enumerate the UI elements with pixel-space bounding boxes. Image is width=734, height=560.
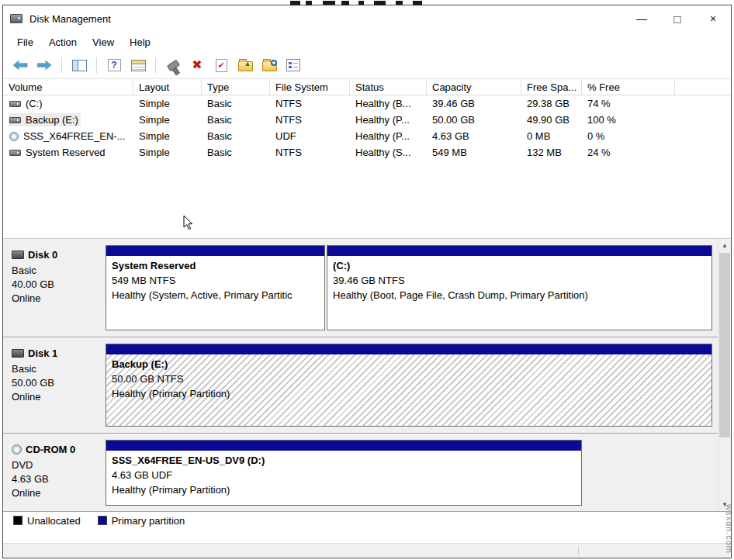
column-header-layout[interactable]: Layout — [133, 79, 202, 95]
minimize-button[interactable]: — — [624, 5, 660, 32]
column-header-free-space[interactable]: Free Spa... — [521, 79, 582, 95]
forward-button[interactable] — [35, 56, 54, 74]
volume-capacity: 50.00 GB — [427, 114, 521, 126]
table-row[interactable]: System Reserved Simple Basic NTFS Health… — [3, 144, 731, 161]
delete-icon: ✖ — [192, 59, 202, 71]
open-button[interactable]: ▲ — [236, 56, 254, 74]
disk-graphical-pane: Disk 0 Basic 40.00 GB Online System Rese… — [3, 238, 731, 511]
show-action-pane-button[interactable] — [129, 56, 147, 74]
status-bar — [3, 543, 731, 558]
titlebar: Disk Management — □ × — [3, 5, 731, 32]
volume-status: Healthy (P... — [350, 114, 427, 126]
menu-action[interactable]: Action — [41, 33, 85, 51]
primary-partition-band — [106, 344, 711, 354]
table-row[interactable]: SSS_X64FREE_EN-... Simple Basic UDF Heal… — [3, 128, 731, 144]
show-console-tree-button[interactable] — [70, 56, 88, 74]
volume-status: Healthy (S... — [350, 147, 427, 158]
volume-table-empty-area — [3, 161, 731, 238]
disk-management-app-icon — [10, 14, 23, 23]
forward-arrow-icon — [37, 60, 52, 71]
cd-icon — [9, 132, 19, 141]
cdrom0-info[interactable]: CD-ROM 0 DVD 4.63 GB Online — [3, 434, 101, 511]
maximize-button[interactable]: □ — [660, 5, 695, 32]
back-arrow-icon — [13, 60, 28, 71]
disk0-info[interactable]: Disk 0 Basic 40.00 GB Online — [3, 239, 101, 337]
partition-system-reserved[interactable]: System Reserved 549 MB NTFS Healthy (Sys… — [106, 245, 325, 330]
partition-status: Healthy (System, Active, Primary Partiti… — [112, 288, 319, 302]
volume-free-space: 49.90 GB — [521, 114, 582, 126]
folder-up-icon: ▲ — [238, 61, 253, 71]
legend-label: Unallocated — [27, 515, 81, 527]
disk-name: Disk 1 — [28, 347, 57, 359]
table-row[interactable]: Backup (E:) Simple Basic NTFS Healthy (P… — [3, 112, 731, 128]
details-view-button[interactable] — [284, 56, 303, 74]
disk-size: 4.63 GB — [12, 472, 98, 486]
toolbar-separator — [61, 57, 62, 73]
window-title: Disk Management — [29, 13, 111, 25]
volume-type: Basic — [202, 130, 270, 142]
volume-pct-free: 100 % — [582, 114, 675, 126]
menu-help[interactable]: Help — [122, 33, 158, 51]
volume-status: Healthy (B... — [350, 98, 427, 109]
disk1-graph: Backup (E:) 50.00 GB NTFS Healthy (Prima… — [101, 337, 718, 433]
unallocated-swatch — [13, 516, 23, 525]
partition-dvd[interactable]: SSS_X64FREE_EN-US_DV9 (D:) 4.63 GB UDF H… — [106, 440, 582, 506]
hard-disk-icon — [12, 349, 24, 358]
volume-file-system: NTFS — [270, 114, 350, 126]
column-header-volume[interactable]: Volume — [3, 79, 133, 95]
partition-detail: 50.00 GB NTFS — [112, 372, 706, 386]
primary-partition-band — [106, 246, 324, 256]
help-button[interactable]: ? — [105, 56, 123, 74]
toolbar-separator — [155, 57, 156, 73]
volume-status: Healthy (P... — [350, 130, 427, 142]
disk-row-disk0: Disk 0 Basic 40.00 GB Online System Rese… — [3, 239, 718, 337]
disk-kind: Basic — [12, 362, 98, 376]
volume-name: System Reserved — [26, 147, 106, 158]
column-header-filler — [675, 79, 731, 95]
menu-view[interactable]: View — [85, 33, 122, 51]
disk-name: CD-ROM 0 — [26, 444, 75, 455]
partition-title: System Reserved — [112, 258, 319, 273]
scroll-up-button[interactable]: ▲ — [718, 239, 731, 252]
legend-item-unallocated: Unallocated — [13, 515, 81, 527]
column-header-capacity[interactable]: Capacity — [427, 79, 521, 95]
column-header-type[interactable]: Type — [202, 79, 270, 95]
disk1-info[interactable]: Disk 1 Basic 50.00 GB Online — [3, 337, 101, 433]
partition-c-drive[interactable]: (C:) 39.46 GB NTFS Healthy (Boot, Page F… — [327, 245, 712, 330]
partition-detail: 39.46 GB NTFS — [333, 273, 706, 288]
volume-type: Basic — [202, 114, 270, 126]
partition-status: Healthy (Primary Partition) — [112, 482, 576, 497]
volume-file-system: UDF — [270, 130, 350, 142]
disk-kind: DVD — [12, 458, 98, 472]
partition-title: Backup (E:) — [112, 357, 706, 372]
vertical-scrollbar[interactable]: ▲ ▼ — [718, 239, 731, 511]
delete-volume-button[interactable]: ✖ — [188, 56, 206, 74]
document-check-icon: ✔ — [216, 59, 227, 72]
column-header-pct-free[interactable]: % Free — [582, 79, 675, 95]
table-row[interactable]: (C:) Simple Basic NTFS Healthy (B... 39.… — [3, 95, 731, 112]
tool-button[interactable] — [164, 56, 182, 74]
volume-type: Basic — [202, 147, 270, 158]
disk-row-cdrom0: CD-ROM 0 DVD 4.63 GB Online SSS_X64FREE_… — [3, 434, 718, 511]
close-button[interactable]: × — [695, 5, 731, 32]
disk-state: Online — [12, 292, 98, 306]
scrollbar-thumb[interactable] — [719, 253, 730, 437]
legend-bar: Unallocated Primary partition — [3, 511, 731, 529]
menu-bar: File Action View Help — [3, 32, 731, 52]
disk-size: 40.00 GB — [12, 278, 98, 292]
partition-backup-selected[interactable]: Backup (E:) 50.00 GB NTFS Healthy (Prima… — [106, 344, 712, 427]
drive-icon — [9, 101, 21, 107]
properties-button[interactable]: ✔ — [212, 56, 230, 74]
disk-kind: Basic — [12, 264, 98, 278]
partition-status: Healthy (Boot, Page File, Crash Dump, Pr… — [333, 288, 706, 302]
explore-button[interactable] — [260, 56, 279, 74]
bottom-gap — [3, 529, 731, 543]
menu-file[interactable]: File — [9, 33, 41, 51]
cdrom0-graph: SSS_X64FREE_EN-US_DV9 (D:) 4.63 GB UDF H… — [101, 434, 718, 511]
cd-rom-icon — [12, 444, 22, 455]
column-header-status[interactable]: Status — [350, 79, 427, 95]
column-header-file-system[interactable]: File System — [270, 79, 350, 95]
toolbar-separator — [96, 57, 97, 73]
toolbar: ? ✖ ✔ ▲ — [3, 52, 731, 78]
back-button[interactable] — [11, 56, 29, 74]
